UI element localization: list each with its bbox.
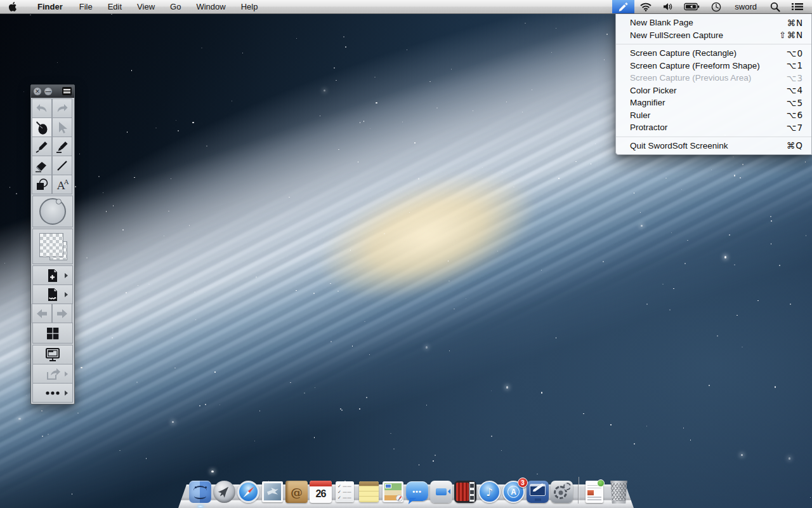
menu-edit[interactable]: Edit [100, 0, 129, 13]
palette-title-bar[interactable]: ✕ — [31, 85, 74, 98]
notification-center-menu-extra[interactable] [786, 0, 812, 13]
redo-icon [55, 102, 69, 115]
volume-icon [663, 3, 672, 11]
menu-item-label: Screen Capture (Previous Area) [630, 73, 751, 83]
select-arrow-tool[interactable] [52, 117, 72, 137]
next-page-button[interactable] [52, 304, 72, 323]
prev-page-button[interactable] [32, 304, 52, 323]
marker-icon [34, 139, 49, 154]
spotlight-menu-extra[interactable] [764, 0, 786, 13]
apple-menu[interactable] [0, 0, 29, 13]
dock-item-safari[interactable] [237, 480, 260, 504]
menu-item[interactable]: Ruler⌥6 [616, 109, 811, 122]
line-tool[interactable] [52, 156, 72, 175]
undo-button[interactable] [32, 98, 52, 118]
dock-item-maps[interactable] [381, 480, 405, 504]
page-grid-button[interactable] [32, 323, 73, 344]
more-button[interactable] [32, 383, 73, 403]
color-dial[interactable] [39, 198, 66, 225]
text-icon: AA [55, 177, 70, 192]
dock-item-facetime[interactable] [429, 480, 453, 504]
highlighter-tool[interactable] [52, 137, 72, 156]
menu-item[interactable]: Color Picker⌥4 [616, 84, 811, 97]
menu-go-label: Go [170, 2, 181, 11]
ink-pen-icon [34, 120, 49, 135]
shapes-tool[interactable] [32, 175, 52, 194]
palette-menu-icon[interactable] [62, 87, 72, 95]
menu-item[interactable]: New FullScreen Capture⇧⌘N [616, 29, 811, 42]
menu-item[interactable]: Screen Capture (Rectangle)⌥0 [616, 47, 811, 60]
menu-file-label: File [79, 2, 93, 11]
menu-item-label: Color Picker [630, 86, 677, 95]
itunes-icon: ♪ [478, 481, 501, 503]
maps-icon [383, 481, 403, 502]
ink-pen-tool[interactable] [32, 117, 52, 137]
menu-item[interactable]: Quit SwordSoft Screenink⌘Q [616, 140, 811, 152]
capture-page-button[interactable] [32, 284, 73, 304]
tool-palette: ✕ — AA [30, 84, 75, 404]
menu-item[interactable]: Magnifier⌥5 [616, 97, 811, 109]
highlighter-icon [55, 139, 70, 154]
menu-file[interactable]: File [72, 0, 100, 13]
menu-item[interactable]: New Blank Page⌘N [616, 17, 811, 29]
menu-item-shortcut: ⌥5 [787, 98, 803, 108]
menu-window[interactable]: Window [188, 0, 233, 13]
dock-item-trash[interactable] [607, 480, 631, 504]
dock-item-photo-booth[interactable] [454, 480, 477, 504]
dock-item-notes[interactable] [357, 480, 381, 504]
menu-help-label: Help [241, 2, 258, 11]
menu-item-label: New FullScreen Capture [630, 30, 723, 40]
minimize-icon[interactable]: — [44, 88, 52, 95]
redo-button[interactable] [52, 98, 72, 118]
screen-button[interactable] [32, 345, 73, 364]
more-dots-icon [45, 390, 60, 396]
dock-item-mail[interactable] [261, 480, 284, 504]
screenink-menu-extra[interactable] [612, 0, 634, 13]
volume-menu-extra[interactable] [657, 0, 678, 13]
undo-icon [35, 102, 49, 115]
calendar-icon: 26 [310, 481, 332, 503]
screen-icon [44, 347, 61, 362]
transparency-swatch[interactable] [39, 233, 63, 257]
dock-item-messages[interactable]: ••• [405, 480, 429, 504]
close-icon[interactable]: ✕ [34, 88, 41, 95]
menu-finder[interactable]: Finder [29, 0, 72, 13]
menu-item-shortcut: ⌘N [787, 18, 803, 28]
battery-menu-extra[interactable] [678, 0, 705, 13]
dock-item-calendar[interactable]: 26 [309, 480, 332, 504]
dock-item-app-store[interactable]: A3 [502, 480, 525, 504]
menu-item-label: New Blank Page [630, 18, 693, 27]
flyout-arrow-icon [65, 273, 70, 278]
dock-item-launchpad[interactable] [213, 480, 236, 504]
launchpad-icon [213, 481, 235, 503]
share-button[interactable] [32, 364, 73, 384]
new-page-button[interactable] [32, 265, 73, 285]
menu-item-shortcut: ⌥3 [787, 73, 803, 83]
menu-item-shortcut: ⌥4 [787, 85, 803, 95]
username-label: sword [735, 2, 757, 11]
wifi-icon [640, 3, 652, 11]
marker-tool[interactable] [32, 137, 52, 156]
trash-icon [609, 481, 629, 504]
menu-go[interactable]: Go [162, 0, 188, 13]
menu-view[interactable]: View [129, 0, 162, 13]
dock-item-system-preferences[interactable] [550, 480, 573, 504]
wifi-menu-extra[interactable] [634, 0, 657, 13]
share-icon [45, 367, 60, 381]
user-menu-extra[interactable]: sword [727, 0, 764, 13]
menu-help[interactable]: Help [233, 0, 266, 13]
menu-item[interactable]: Screen Capture (Freeform Shape)⌥1 [616, 60, 811, 72]
dock-item-document[interactable] [583, 480, 606, 504]
text-tool[interactable]: AA [52, 175, 72, 194]
menu-bar-right: sword [612, 0, 812, 13]
dock-item-reminders[interactable]: ✓ —— ✓ —— ✓ —— [333, 480, 357, 504]
eraser-tool[interactable] [32, 156, 52, 175]
svg-text:A: A [63, 178, 69, 185]
menu-item-shortcut: ⌘Q [787, 140, 803, 150]
dock-item-itunes[interactable]: ♪ [478, 480, 501, 504]
dock-item-screenink[interactable] [526, 480, 549, 504]
menu-item[interactable]: Protractor⌥7 [616, 121, 811, 134]
dock-item-finder[interactable] [188, 480, 212, 504]
clock-menu-extra[interactable] [705, 0, 727, 13]
dock-item-contacts[interactable]: @ [285, 480, 308, 504]
